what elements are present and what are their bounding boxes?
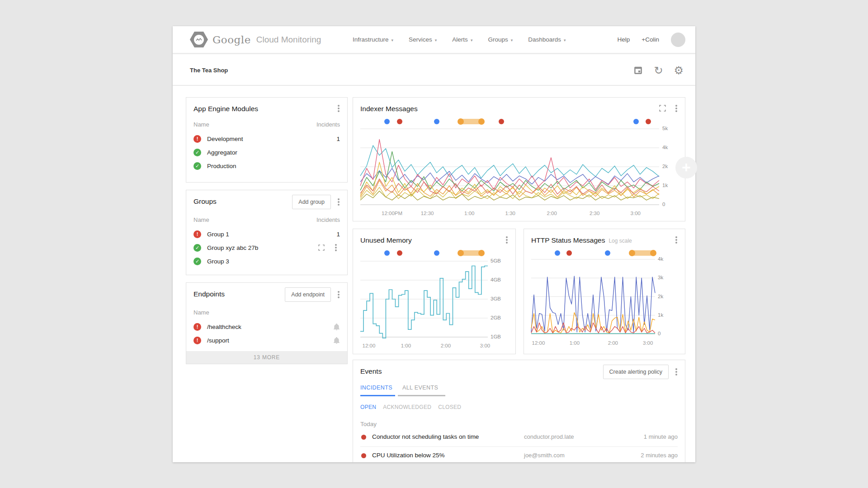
expand-icon[interactable]: [318, 244, 325, 251]
chevron-down-icon: ▾: [435, 38, 437, 42]
kebab-menu-icon[interactable]: [332, 243, 340, 252]
unused-memory-chart-plot: [360, 261, 488, 342]
event-marker-track: [360, 250, 488, 256]
incident-status-icon: [361, 453, 366, 458]
http-status-messages-card: HTTP Status MessagesLog scale 4k3k2k1k0 …: [524, 229, 685, 354]
card-title: Groups: [193, 197, 217, 206]
filter-closed[interactable]: CLOSED: [438, 404, 461, 410]
kebab-menu-icon[interactable]: [335, 197, 343, 206]
indexer-chart-plot: [360, 129, 659, 209]
incident-row[interactable]: CPU Utilization below 25% joe@smith.com …: [360, 447, 678, 462]
check-icon: ✓: [193, 162, 201, 170]
kebab-menu-icon[interactable]: [672, 367, 680, 376]
kebab-menu-icon[interactable]: [335, 104, 343, 113]
plus-icon: +: [682, 160, 691, 175]
help-link[interactable]: Help: [618, 36, 630, 43]
chart-title: Indexer Messages: [360, 105, 418, 113]
module-row[interactable]: ✓ Aggregator: [193, 145, 340, 159]
refresh-icon[interactable]: ↻: [654, 65, 663, 76]
primary-nav: Infrastructure▾ Services▾ Alerts▾ Groups…: [353, 36, 566, 43]
chevron-down-icon: ▾: [511, 38, 513, 42]
toolbar-icons: ↻ ⚙: [633, 65, 684, 76]
dashboard-toolbar: The Tea Shop ↻ ⚙: [173, 56, 695, 86]
tab-all-events[interactable]: ALL EVENTS: [398, 385, 445, 396]
x-axis-labels: 12:00PM12:301:001:302:002:303:00: [360, 211, 659, 218]
bell-icon[interactable]: [333, 323, 340, 331]
nav-alerts[interactable]: Alerts▾: [452, 36, 472, 43]
nav-groups[interactable]: Groups▾: [488, 36, 513, 43]
gear-icon[interactable]: ⚙: [674, 65, 684, 76]
app-header: Google Cloud Monitoring Infrastructure▾ …: [173, 26, 695, 54]
filter-acknowledged[interactable]: ACKNOWLEDGED: [383, 404, 431, 410]
tab-incidents[interactable]: INCIDENTS: [360, 385, 395, 396]
groups-card: Groups Add group Name Incidents ! Group …: [186, 190, 348, 275]
endpoints-card: Endpoints Add endpoint Name ! /healthche…: [186, 282, 348, 364]
log-scale-label: Log scale: [609, 238, 632, 244]
check-icon: ✓: [193, 244, 201, 252]
events-group-label: Today: [360, 421, 377, 427]
create-alerting-policy-button[interactable]: Create alerting policy: [603, 365, 669, 379]
group-row[interactable]: ✓ Group xyz abc 27b: [193, 241, 340, 254]
endpoint-row[interactable]: ! /support: [193, 333, 340, 347]
app-window: Google Cloud Monitoring Infrastructure▾ …: [173, 26, 695, 462]
unused-memory-card: Unused Memory 5GB4GB3GB2GB1GB 12:001:002…: [353, 229, 516, 354]
error-icon: !: [193, 337, 201, 344]
kebab-menu-icon[interactable]: [503, 235, 511, 244]
card-title: Endpoints: [193, 290, 225, 298]
event-marker-track: [531, 250, 655, 256]
list-header: Name Incidents: [193, 117, 340, 132]
events-tabs: INCIDENTS ALL EVENTS: [360, 385, 445, 396]
chevron-down-icon: ▾: [564, 38, 566, 42]
logo-product: Cloud Monitoring: [256, 35, 321, 45]
group-row[interactable]: ! Group 1 1: [193, 227, 340, 241]
error-icon: !: [193, 230, 201, 238]
chart-title: Unused Memory: [360, 236, 412, 244]
cloud-monitoring-logo-icon: [190, 32, 208, 47]
list-header: Name: [193, 305, 340, 320]
logo-brand: Google: [212, 34, 251, 46]
chart-title: HTTP Status MessagesLog scale: [531, 236, 632, 244]
bell-icon[interactable]: [333, 337, 340, 344]
nav-infrastructure[interactable]: Infrastructure▾: [353, 36, 393, 43]
nav-dashboards[interactable]: Dashboards▾: [528, 36, 566, 43]
add-widget-button[interactable]: +: [675, 157, 697, 178]
divider: [360, 446, 678, 447]
kebab-menu-icon[interactable]: [672, 235, 680, 244]
http-status-chart-plot: [531, 259, 655, 338]
dashboard-title: The Tea Shop: [190, 67, 228, 74]
incident-status-icon: [361, 435, 366, 440]
appbar-right: Help +Colin: [618, 33, 685, 47]
x-axis-labels: 12:001:002:003:00: [360, 343, 488, 350]
error-icon: !: [193, 323, 201, 331]
user-link[interactable]: +Colin: [642, 36, 659, 43]
nav-services[interactable]: Services▾: [409, 36, 437, 43]
logo: Google Cloud Monitoring: [190, 32, 321, 47]
list-header: Name Incidents: [193, 212, 340, 227]
card-title: App Engine Modules: [193, 105, 258, 113]
add-group-button[interactable]: Add group: [292, 195, 331, 209]
kebab-menu-icon[interactable]: [672, 104, 680, 113]
incident-row[interactable]: Conductor not scheduling tasks on time c…: [360, 429, 678, 446]
show-more-button[interactable]: 13 MORE: [186, 351, 347, 364]
calendar-icon[interactable]: [633, 66, 643, 75]
card-title: Events: [360, 367, 382, 375]
x-axis-labels: 12:001:002:003:00: [531, 340, 655, 347]
endpoint-row[interactable]: ! /healthcheck: [193, 320, 340, 333]
events-filters: OPEN ACKNOWLEDGED CLOSED: [360, 404, 461, 410]
add-endpoint-button[interactable]: Add endpoint: [285, 287, 331, 302]
avatar[interactable]: [671, 33, 685, 47]
module-row[interactable]: ! Development 1: [193, 132, 340, 145]
filter-open[interactable]: OPEN: [360, 404, 376, 410]
group-row[interactable]: ✓ Group 3: [193, 254, 340, 268]
expand-icon[interactable]: [659, 105, 666, 112]
app-engine-modules-card: App Engine Modules Name Incidents ! Deve…: [186, 97, 348, 183]
indexer-messages-card: Indexer Messages 5k4k2k1k0 12:00PM12:301…: [353, 97, 685, 221]
check-icon: ✓: [193, 149, 201, 156]
kebab-menu-icon[interactable]: [335, 290, 343, 299]
events-card: Events Create alerting policy INCIDENTS …: [353, 360, 685, 462]
chevron-down-icon: ▾: [471, 38, 473, 42]
error-icon: !: [193, 135, 201, 143]
module-row[interactable]: ✓ Production: [193, 159, 340, 173]
event-marker-track: [360, 118, 659, 125]
check-icon: ✓: [193, 258, 201, 265]
